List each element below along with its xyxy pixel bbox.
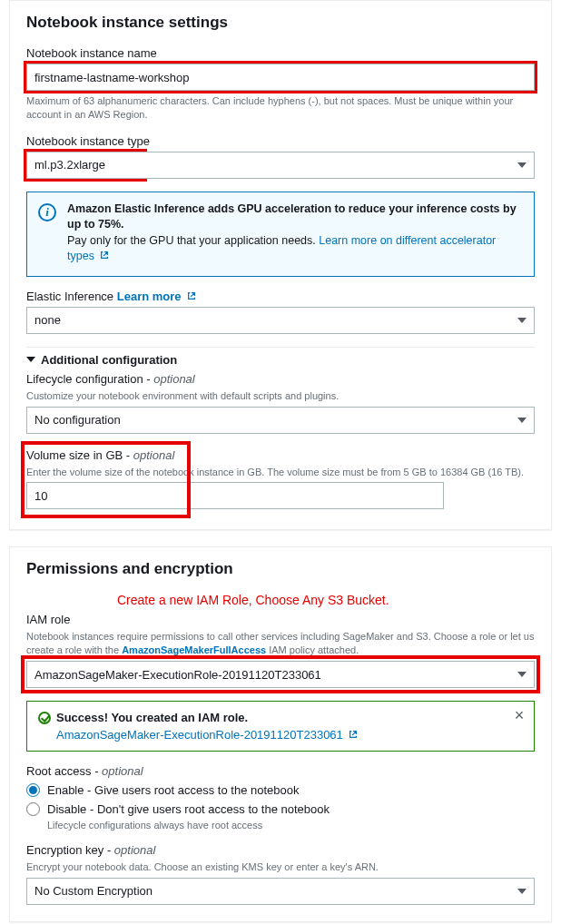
iam-success-link[interactable]: AmazonSageMaker-ExecutionRole-20191120T2… [56, 728, 358, 742]
iam-role-label: IAM role [26, 613, 535, 626]
elastic-inference-field: Elastic Inference Learn more none [26, 290, 535, 334]
info-icon: i [38, 203, 56, 221]
caret-down-icon [517, 889, 527, 894]
caret-down-icon [26, 357, 35, 362]
external-link-icon [100, 251, 109, 260]
additional-config-label: Additional configuration [41, 353, 177, 367]
iam-role-value: AmazonSageMaker-ExecutionRole-20191120T2… [34, 668, 321, 682]
lifecycle-hint: Customize your notebook environment with… [26, 389, 535, 403]
permissions-title: Permissions and encryption [26, 560, 535, 578]
notebook-name-hint: Maximum of 63 alphanumeric characters. C… [26, 94, 535, 122]
notebook-name-field: Notebook instance name Maximum of 63 alp… [26, 46, 535, 122]
info-bold: Amazon Elastic Inference adds GPU accele… [67, 202, 517, 231]
notebook-settings-title: Notebook instance settings [26, 14, 535, 32]
root-disable-label: Disable - Don't give users root access t… [47, 802, 330, 816]
root-access-label: Root access - optional [26, 764, 535, 778]
iam-role-select[interactable]: AmazonSageMaker-ExecutionRole-20191120T2… [26, 661, 535, 688]
external-link-icon [349, 730, 358, 739]
encryption-select[interactable]: No Custom Encryption [26, 878, 535, 905]
caret-down-icon [517, 418, 527, 423]
iam-role-hint: Notebook instances require permissions t… [26, 630, 535, 657]
elastic-inference-info: i Amazon Elastic Inference adds GPU acce… [26, 192, 535, 277]
info-text: Pay only for the GPU that your applicati… [67, 234, 319, 247]
elastic-inference-value: none [34, 313, 61, 327]
external-link-icon [187, 291, 196, 300]
volume-label: Volume size in GB - optional [26, 448, 535, 462]
check-circle-icon [38, 712, 51, 724]
root-enable-input[interactable] [26, 783, 40, 797]
caret-down-icon [517, 162, 527, 168]
encryption-field: Encryption key - optional Encrypt your n… [26, 843, 535, 905]
volume-input[interactable] [26, 482, 444, 509]
root-sub-hint: Lifecycle configurations always have roo… [47, 820, 535, 831]
root-disable-radio[interactable]: Disable - Don't give users root access t… [26, 802, 535, 816]
root-enable-label: Enable - Give users root access to the n… [47, 783, 300, 797]
notebook-name-input[interactable] [26, 64, 535, 91]
iam-role-field: IAM role Notebook instances require perm… [26, 613, 535, 688]
iam-success-box: × Success! You created an IAM role. Amaz… [26, 701, 535, 752]
caret-down-icon [517, 672, 527, 677]
notebook-type-select[interactable] [144, 152, 535, 179]
notebook-name-label: Notebook instance name [26, 46, 535, 60]
lifecycle-label: Lifecycle configuration - optional [26, 372, 535, 386]
lifecycle-field: Lifecycle configuration - optional Custo… [26, 372, 535, 434]
notebook-settings-panel: Notebook instance settings Notebook inst… [9, 0, 552, 530]
close-icon[interactable]: × [512, 709, 527, 723]
notebook-type-label: Notebook instance type [26, 134, 535, 148]
encryption-label: Encryption key - optional [26, 843, 535, 857]
encryption-value: No Custom Encryption [34, 884, 153, 898]
lifecycle-select[interactable]: No configuration [26, 407, 535, 434]
iam-success-title: Success! You created an IAM role. [56, 711, 248, 724]
elastic-inference-select[interactable]: none [26, 307, 535, 334]
root-enable-radio[interactable]: Enable - Give users root access to the n… [26, 783, 535, 797]
notebook-type-value: ml.p3.2xlarge [34, 158, 105, 172]
additional-config-expander[interactable]: Additional configuration [26, 347, 535, 372]
root-disable-input[interactable] [26, 802, 40, 816]
lifecycle-value: No configuration [34, 413, 121, 427]
ei-learn-more-link[interactable]: Learn more [117, 290, 196, 303]
caret-down-icon [517, 318, 527, 323]
permissions-panel: Permissions and encryption Create a new … [9, 546, 552, 922]
notebook-type-field: Notebook instance type ml.p3.2xlarge [26, 134, 535, 179]
root-access-field: Root access - optional Enable - Give use… [26, 764, 535, 831]
volume-hint: Enter the volume size of the notebook in… [26, 466, 535, 479]
notebook-type-select-highlight[interactable]: ml.p3.2xlarge [26, 152, 144, 179]
volume-field: Volume size in GB - optional Enter the v… [26, 448, 535, 510]
iam-annotation: Create a new IAM Role, Choose Any S3 Buc… [117, 593, 535, 607]
elastic-inference-label: Elastic Inference Learn more [26, 290, 535, 303]
encryption-hint: Encrypt your notebook data. Choose an ex… [26, 860, 535, 874]
iam-policy-link[interactable]: AmazonSageMakerFullAccess [122, 644, 266, 655]
